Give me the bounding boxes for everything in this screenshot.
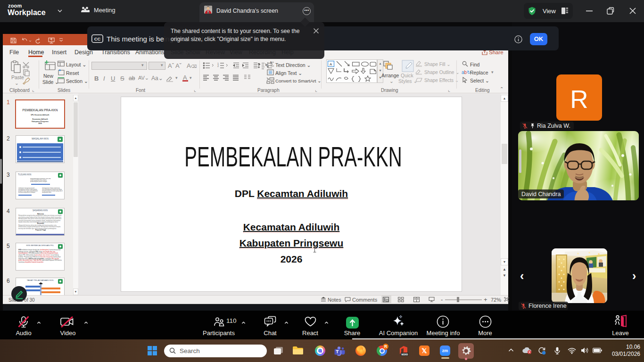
svg-text:A: A (270, 61, 272, 64)
svg-text:A: A (330, 62, 332, 66)
svg-text:2: 2 (217, 65, 219, 67)
svg-text:CC: CC (94, 36, 101, 41)
